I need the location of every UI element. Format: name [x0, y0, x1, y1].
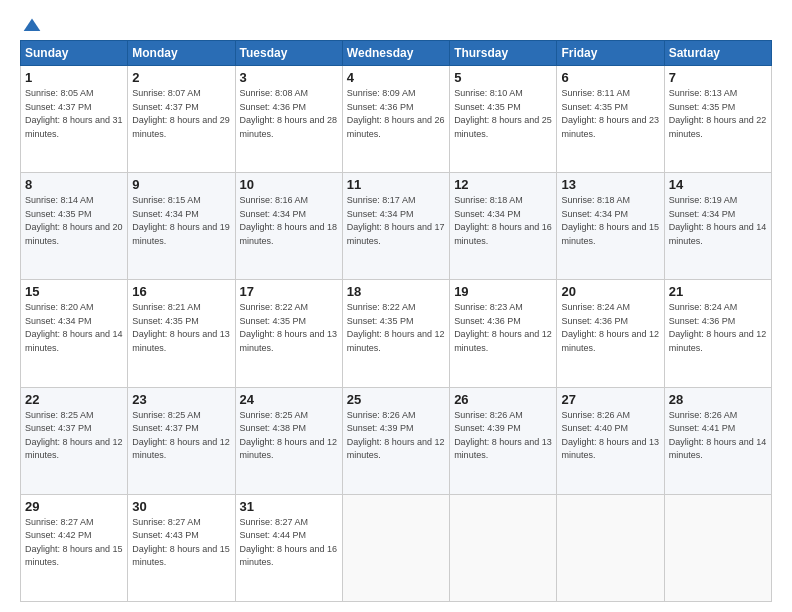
day-number: 27 — [561, 392, 659, 407]
week-row-2: 8Sunrise: 8:14 AMSunset: 4:35 PMDaylight… — [21, 173, 772, 280]
day-number: 25 — [347, 392, 445, 407]
day-cell: 8Sunrise: 8:14 AMSunset: 4:35 PMDaylight… — [21, 173, 128, 280]
day-info: Sunrise: 8:27 AMSunset: 4:42 PMDaylight:… — [25, 517, 123, 568]
day-cell: 17Sunrise: 8:22 AMSunset: 4:35 PMDayligh… — [235, 280, 342, 387]
day-number: 26 — [454, 392, 552, 407]
day-cell: 10Sunrise: 8:16 AMSunset: 4:34 PMDayligh… — [235, 173, 342, 280]
day-info: Sunrise: 8:22 AMSunset: 4:35 PMDaylight:… — [240, 302, 338, 353]
day-info: Sunrise: 8:26 AMSunset: 4:39 PMDaylight:… — [347, 410, 445, 461]
day-info: Sunrise: 8:16 AMSunset: 4:34 PMDaylight:… — [240, 195, 338, 246]
day-number: 30 — [132, 499, 230, 514]
day-info: Sunrise: 8:10 AMSunset: 4:35 PMDaylight:… — [454, 88, 552, 139]
day-cell: 28Sunrise: 8:26 AMSunset: 4:41 PMDayligh… — [664, 387, 771, 494]
day-info: Sunrise: 8:25 AMSunset: 4:37 PMDaylight:… — [132, 410, 230, 461]
day-cell: 26Sunrise: 8:26 AMSunset: 4:39 PMDayligh… — [450, 387, 557, 494]
day-cell: 25Sunrise: 8:26 AMSunset: 4:39 PMDayligh… — [342, 387, 449, 494]
day-number: 4 — [347, 70, 445, 85]
day-cell: 16Sunrise: 8:21 AMSunset: 4:35 PMDayligh… — [128, 280, 235, 387]
day-cell: 20Sunrise: 8:24 AMSunset: 4:36 PMDayligh… — [557, 280, 664, 387]
day-cell — [342, 494, 449, 601]
day-number: 1 — [25, 70, 123, 85]
day-info: Sunrise: 8:25 AMSunset: 4:37 PMDaylight:… — [25, 410, 123, 461]
day-info: Sunrise: 8:27 AMSunset: 4:44 PMDaylight:… — [240, 517, 338, 568]
day-header-thursday: Thursday — [450, 41, 557, 66]
day-number: 23 — [132, 392, 230, 407]
day-info: Sunrise: 8:11 AMSunset: 4:35 PMDaylight:… — [561, 88, 659, 139]
day-info: Sunrise: 8:22 AMSunset: 4:35 PMDaylight:… — [347, 302, 445, 353]
day-cell: 12Sunrise: 8:18 AMSunset: 4:34 PMDayligh… — [450, 173, 557, 280]
day-cell: 7Sunrise: 8:13 AMSunset: 4:35 PMDaylight… — [664, 66, 771, 173]
day-info: Sunrise: 8:24 AMSunset: 4:36 PMDaylight:… — [561, 302, 659, 353]
svg-marker-0 — [24, 19, 41, 32]
day-cell: 4Sunrise: 8:09 AMSunset: 4:36 PMDaylight… — [342, 66, 449, 173]
day-number: 31 — [240, 499, 338, 514]
day-number: 2 — [132, 70, 230, 85]
calendar-table: SundayMondayTuesdayWednesdayThursdayFrid… — [20, 40, 772, 602]
day-header-sunday: Sunday — [21, 41, 128, 66]
day-cell: 3Sunrise: 8:08 AMSunset: 4:36 PMDaylight… — [235, 66, 342, 173]
day-info: Sunrise: 8:05 AMSunset: 4:37 PMDaylight:… — [25, 88, 123, 139]
day-info: Sunrise: 8:18 AMSunset: 4:34 PMDaylight:… — [561, 195, 659, 246]
logo — [20, 16, 42, 32]
day-number: 13 — [561, 177, 659, 192]
day-info: Sunrise: 8:19 AMSunset: 4:34 PMDaylight:… — [669, 195, 767, 246]
day-cell: 23Sunrise: 8:25 AMSunset: 4:37 PMDayligh… — [128, 387, 235, 494]
day-info: Sunrise: 8:09 AMSunset: 4:36 PMDaylight:… — [347, 88, 445, 139]
day-header-wednesday: Wednesday — [342, 41, 449, 66]
day-number: 19 — [454, 284, 552, 299]
day-cell: 30Sunrise: 8:27 AMSunset: 4:43 PMDayligh… — [128, 494, 235, 601]
day-number: 24 — [240, 392, 338, 407]
day-cell: 18Sunrise: 8:22 AMSunset: 4:35 PMDayligh… — [342, 280, 449, 387]
day-cell: 11Sunrise: 8:17 AMSunset: 4:34 PMDayligh… — [342, 173, 449, 280]
day-info: Sunrise: 8:14 AMSunset: 4:35 PMDaylight:… — [25, 195, 123, 246]
day-cell: 29Sunrise: 8:27 AMSunset: 4:42 PMDayligh… — [21, 494, 128, 601]
week-row-3: 15Sunrise: 8:20 AMSunset: 4:34 PMDayligh… — [21, 280, 772, 387]
day-number: 5 — [454, 70, 552, 85]
day-info: Sunrise: 8:13 AMSunset: 4:35 PMDaylight:… — [669, 88, 767, 139]
day-info: Sunrise: 8:27 AMSunset: 4:43 PMDaylight:… — [132, 517, 230, 568]
day-cell: 15Sunrise: 8:20 AMSunset: 4:34 PMDayligh… — [21, 280, 128, 387]
week-row-1: 1Sunrise: 8:05 AMSunset: 4:37 PMDaylight… — [21, 66, 772, 173]
day-number: 15 — [25, 284, 123, 299]
day-info: Sunrise: 8:26 AMSunset: 4:39 PMDaylight:… — [454, 410, 552, 461]
day-info: Sunrise: 8:26 AMSunset: 4:40 PMDaylight:… — [561, 410, 659, 461]
day-cell — [557, 494, 664, 601]
day-number: 3 — [240, 70, 338, 85]
day-header-monday: Monday — [128, 41, 235, 66]
day-cell: 24Sunrise: 8:25 AMSunset: 4:38 PMDayligh… — [235, 387, 342, 494]
day-header-saturday: Saturday — [664, 41, 771, 66]
day-cell: 6Sunrise: 8:11 AMSunset: 4:35 PMDaylight… — [557, 66, 664, 173]
day-info: Sunrise: 8:17 AMSunset: 4:34 PMDaylight:… — [347, 195, 445, 246]
week-row-5: 29Sunrise: 8:27 AMSunset: 4:42 PMDayligh… — [21, 494, 772, 601]
day-number: 12 — [454, 177, 552, 192]
day-number: 28 — [669, 392, 767, 407]
header — [20, 16, 772, 32]
page: SundayMondayTuesdayWednesdayThursdayFrid… — [0, 0, 792, 612]
day-cell: 31Sunrise: 8:27 AMSunset: 4:44 PMDayligh… — [235, 494, 342, 601]
day-cell: 9Sunrise: 8:15 AMSunset: 4:34 PMDaylight… — [128, 173, 235, 280]
day-number: 6 — [561, 70, 659, 85]
day-number: 17 — [240, 284, 338, 299]
day-cell: 22Sunrise: 8:25 AMSunset: 4:37 PMDayligh… — [21, 387, 128, 494]
day-info: Sunrise: 8:23 AMSunset: 4:36 PMDaylight:… — [454, 302, 552, 353]
day-info: Sunrise: 8:15 AMSunset: 4:34 PMDaylight:… — [132, 195, 230, 246]
day-cell — [450, 494, 557, 601]
day-number: 20 — [561, 284, 659, 299]
day-number: 8 — [25, 177, 123, 192]
day-number: 10 — [240, 177, 338, 192]
day-cell — [664, 494, 771, 601]
day-cell: 2Sunrise: 8:07 AMSunset: 4:37 PMDaylight… — [128, 66, 235, 173]
day-cell: 27Sunrise: 8:26 AMSunset: 4:40 PMDayligh… — [557, 387, 664, 494]
day-cell: 13Sunrise: 8:18 AMSunset: 4:34 PMDayligh… — [557, 173, 664, 280]
day-number: 18 — [347, 284, 445, 299]
day-info: Sunrise: 8:25 AMSunset: 4:38 PMDaylight:… — [240, 410, 338, 461]
day-cell: 19Sunrise: 8:23 AMSunset: 4:36 PMDayligh… — [450, 280, 557, 387]
day-info: Sunrise: 8:20 AMSunset: 4:34 PMDaylight:… — [25, 302, 123, 353]
day-header-friday: Friday — [557, 41, 664, 66]
week-row-4: 22Sunrise: 8:25 AMSunset: 4:37 PMDayligh… — [21, 387, 772, 494]
day-cell: 5Sunrise: 8:10 AMSunset: 4:35 PMDaylight… — [450, 66, 557, 173]
day-number: 22 — [25, 392, 123, 407]
day-number: 9 — [132, 177, 230, 192]
header-row: SundayMondayTuesdayWednesdayThursdayFrid… — [21, 41, 772, 66]
day-info: Sunrise: 8:24 AMSunset: 4:36 PMDaylight:… — [669, 302, 767, 353]
